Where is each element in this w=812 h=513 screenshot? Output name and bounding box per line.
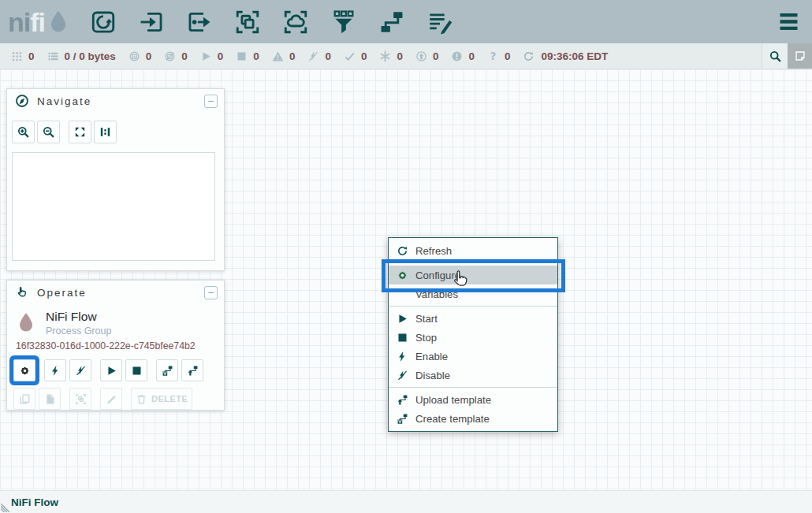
menu-item-label: Create template [415, 413, 490, 425]
status-count: 0 [361, 50, 367, 62]
operate-button-change-color[interactable] [100, 388, 122, 410]
menu-item-label: Refresh [415, 245, 452, 257]
play-icon [106, 365, 117, 377]
toolbar-item-label[interactable] [426, 9, 453, 35]
operate-header: Operate [7, 281, 224, 304]
menu-item-stop[interactable]: Stop [389, 328, 557, 347]
menu-item-disable[interactable]: Disable [389, 366, 557, 385]
logo-text-ni: ni [8, 9, 30, 35]
birdseye-view[interactable] [12, 152, 215, 261]
selection-type: Process Group [46, 325, 111, 336]
operate-button-configuration[interactable] [13, 359, 35, 381]
refresh-icon[interactable] [523, 50, 535, 62]
operate-button-create-template[interactable] [156, 359, 178, 381]
nifi-droplet-icon [46, 5, 71, 39]
question-icon: ? [487, 50, 499, 62]
bolt-slash-icon [75, 365, 87, 377]
resize-grip-icon[interactable] [1, 504, 9, 512]
status-bar: 00 / 0 bytes0000000000?0 09:36:06 EDT [0, 43, 812, 69]
menu-item-label: Configure [415, 270, 460, 281]
menu-item-upload-template[interactable]: Upload template [389, 390, 557, 409]
operate-title: Operate [37, 287, 87, 299]
navigate-button-zoom-fit[interactable] [69, 121, 91, 143]
navigate-button-zoom-actual[interactable] [94, 121, 117, 143]
menu-item-refresh[interactable]: Refresh [389, 241, 557, 260]
toolbar-item-process-group[interactable] [234, 9, 261, 35]
status-counter-not-transmitting: 0 [164, 50, 188, 62]
trash-icon [136, 393, 147, 405]
toolbar-item-template[interactable] [378, 9, 405, 35]
menu-item-variables[interactable]: Variables [389, 284, 557, 303]
menu-item-label: Enable [415, 351, 448, 362]
operate-button-delete[interactable]: DELETE [131, 388, 192, 410]
status-counter-locally-modified-stale: 0 [451, 50, 475, 62]
navigate-button-zoom-out[interactable] [37, 121, 60, 143]
operate-button-disable[interactable] [69, 359, 91, 381]
toolbar-item-output-port[interactable] [186, 9, 213, 35]
operate-button-enable[interactable] [44, 359, 66, 381]
status-count: 0 [218, 50, 224, 62]
grid-dots-icon [11, 50, 23, 62]
status-counter-up-to-date: 0 [344, 50, 367, 62]
status-count: 0 [433, 50, 439, 62]
status-counter-disabled: 0 [307, 50, 331, 62]
operate-button-upload-template[interactable] [181, 359, 203, 381]
status-counter-stopped: 0 [236, 50, 259, 62]
menu-item-icon [397, 245, 408, 257]
menu-item-icon [397, 370, 408, 381]
zoom-in-icon [17, 125, 30, 139]
operate-button-group[interactable] [69, 388, 91, 410]
search-button[interactable] [762, 43, 788, 69]
operate-button-copy[interactable] [13, 388, 35, 410]
paste-icon [44, 393, 56, 405]
menu-item-start[interactable]: Start [389, 309, 557, 328]
navigate-title: Navigate [37, 95, 91, 107]
menu-item-icon [397, 288, 408, 300]
fit-icon [73, 125, 87, 139]
one-to-one-icon [99, 125, 112, 139]
operate-button-start[interactable] [100, 359, 122, 381]
remote-process-group-icon [282, 9, 309, 35]
global-menu-button[interactable] [777, 9, 801, 34]
status-count: 0 [468, 50, 475, 62]
zoom-out-icon [42, 125, 55, 139]
selection-summary: NiFi Flow Process Group [15, 308, 224, 337]
upload-template-icon [187, 365, 199, 377]
operate-button-stop[interactable] [125, 359, 147, 381]
menu-item-enable[interactable]: Enable [389, 347, 557, 366]
context-menu: RefreshConfigureVariablesStartStopEnable… [388, 237, 558, 432]
operate-minimize-button[interactable] [204, 286, 218, 299]
status-count: 0 [325, 50, 331, 62]
navigate-button-zoom-in[interactable] [12, 121, 35, 143]
minus-icon [206, 288, 216, 298]
breadcrumb-item[interactable]: NiFi Flow [11, 496, 58, 508]
bolt-slash-icon [307, 50, 319, 62]
flow-canvas[interactable]: Navigate Operate NiFi Flow Process Group [0, 69, 812, 490]
note-icon [794, 50, 806, 62]
navigate-buttons [12, 121, 224, 143]
status-count: 0 [146, 50, 152, 62]
toolbar-item-remote-process-group[interactable] [282, 9, 309, 35]
status-count: 0 [289, 50, 296, 62]
status-count: 0 [28, 50, 35, 62]
create-template-icon [162, 365, 173, 377]
toolbar-item-processor[interactable] [90, 9, 117, 35]
toolbar-item-funnel[interactable] [330, 9, 357, 35]
selection-title: NiFi Flow [46, 310, 111, 324]
menu-item-configure[interactable]: Configure [389, 266, 557, 284]
navigate-minimize-button[interactable] [204, 95, 218, 108]
output-port-icon [186, 9, 213, 35]
menu-item-label: Disable [415, 370, 450, 381]
hand-icon [15, 285, 29, 299]
menu-item-create-template[interactable]: Create template [389, 409, 557, 428]
toolbar-item-input-port[interactable] [138, 9, 165, 35]
notes-button[interactable] [788, 43, 812, 69]
copy-icon [19, 393, 31, 405]
app-header: nifi [0, 0, 812, 43]
menu-divider [389, 262, 557, 263]
menu-item-icon [397, 332, 408, 344]
operate-button-paste[interactable] [39, 388, 61, 410]
input-port-icon [138, 9, 165, 35]
navigate-panel: Navigate [6, 88, 225, 271]
check-icon [344, 50, 356, 62]
